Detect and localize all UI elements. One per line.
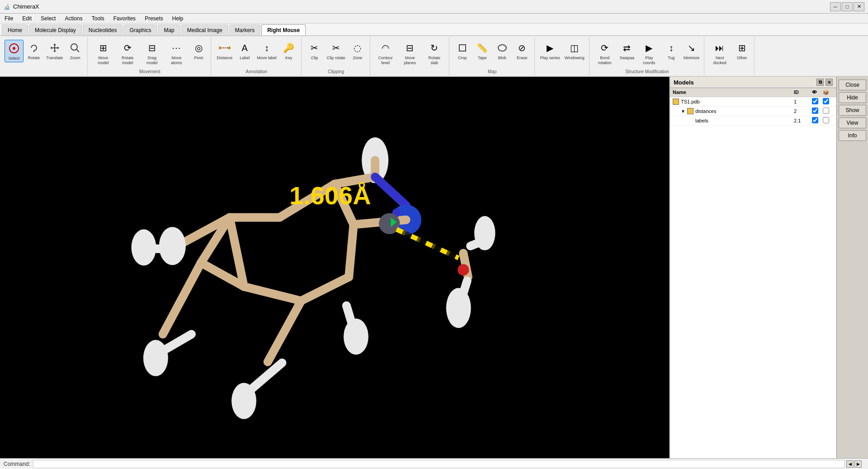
tool-key[interactable]: 🔑Key: [279, 40, 298, 61]
atom-oxygen: [458, 264, 469, 276]
tool-next-docked[interactable]: ⏭Next docked: [708, 40, 731, 66]
toolbar-group-label-7: Structure Modification: [625, 69, 669, 74]
expand-arrow-1[interactable]: ▼: [681, 109, 685, 114]
right-split: Models ⧉ ✕ Name ID 👁 📦 TS1.pdb1▼distance…: [670, 77, 868, 458]
label-label: Label: [240, 56, 250, 61]
tool-play-series[interactable]: ▶Play series: [538, 40, 562, 61]
action-btn-show[interactable]: Show: [839, 105, 866, 116]
model-row-0[interactable]: TS1.pdb1: [670, 97, 836, 107]
erase-icon: ⊘: [515, 41, 529, 55]
solid-checkbox-1[interactable]: [823, 108, 829, 114]
tab-medical-image[interactable]: Medical Image: [181, 24, 228, 35]
col-id: ID: [794, 89, 812, 95]
tool-translate[interactable]: Translate: [44, 40, 65, 61]
visible-checkbox-1[interactable]: [812, 108, 818, 114]
tool-move-atoms[interactable]: ⋯Move atoms: [165, 40, 188, 66]
tab-molecule-display[interactable]: Molecule Display: [29, 24, 82, 35]
solid-checkbox-2[interactable]: [823, 117, 829, 123]
bond-rotation-label: Bond rotation: [595, 56, 615, 66]
tab-markers[interactable]: Markers: [229, 24, 260, 35]
panel-float-button[interactable]: ⧉: [816, 79, 824, 86]
visible-checkbox-0[interactable]: [812, 98, 818, 104]
pivot-label: Pivot: [194, 56, 203, 61]
svg-point-1: [13, 47, 15, 50]
model-solid-2[interactable]: [823, 117, 834, 124]
menu-item-favorites[interactable]: Favorites: [109, 14, 140, 23]
model-solid-0[interactable]: [823, 98, 834, 105]
model-visible-2[interactable]: [812, 117, 823, 124]
tab-map[interactable]: Map: [158, 24, 180, 35]
tool-blob[interactable]: Blob: [493, 40, 512, 61]
tab-right-mouse[interactable]: Right Mouse: [261, 24, 306, 35]
menu-item-file[interactable]: File: [0, 14, 18, 23]
tool-clip-rotate[interactable]: ✂Clip rotate: [325, 40, 347, 61]
menu-item-edit[interactable]: Edit: [18, 14, 36, 23]
tool-bond-rotation[interactable]: ⟳Bond rotation: [593, 40, 617, 66]
tool-minimize[interactable]: ↘Minimize: [682, 40, 702, 61]
status-btn-1[interactable]: ◀: [846, 460, 854, 468]
tool-erase[interactable]: ⊘Erase: [513, 40, 532, 61]
molecule-canvas: 1.606Å: [0, 77, 669, 458]
tool-rotate-slab[interactable]: ↻Rotate slab: [423, 40, 446, 66]
tool-pivot[interactable]: ◎Pivot: [189, 40, 208, 61]
close-button[interactable]: ✕: [854, 2, 864, 11]
tool-clip[interactable]: ✂Clip: [305, 40, 324, 61]
tab-graphics[interactable]: Graphics: [123, 24, 157, 35]
tool-distance[interactable]: Distance: [215, 40, 234, 61]
minimize-button[interactable]: ─: [830, 2, 841, 11]
menu-item-tools[interactable]: Tools: [87, 14, 109, 23]
action-btn-view[interactable]: View: [839, 117, 866, 128]
tool-move-label[interactable]: ↕Move label: [255, 40, 278, 61]
model-row-2[interactable]: labels2.1: [670, 116, 836, 126]
tool-other[interactable]: ⊞Other: [732, 40, 751, 61]
maximize-button[interactable]: □: [842, 2, 853, 11]
svg-point-9: [71, 44, 77, 50]
tool-move-planes[interactable]: ⊟Move planes: [398, 40, 422, 66]
model-row-1[interactable]: ▼distances2: [670, 107, 836, 116]
action-btn-close[interactable]: Close: [839, 80, 866, 90]
tool-play-coords[interactable]: ▶Play coords: [637, 40, 661, 66]
minimize-icon: ↘: [684, 41, 699, 55]
svg-point-15: [498, 45, 506, 51]
tab-nucleotides[interactable]: Nucleotides: [83, 24, 123, 35]
tool-contour-level[interactable]: ◠Contour level: [374, 40, 397, 66]
tool-label[interactable]: ALabel: [235, 40, 254, 61]
model-name-text-0: TS1.pdb: [681, 99, 700, 104]
molecule-viewport[interactable]: 1.606Å: [0, 77, 669, 458]
move-planes-label: Move planes: [400, 56, 420, 66]
tool-crop[interactable]: Crop: [453, 40, 472, 61]
command-input[interactable]: [33, 460, 844, 468]
visible-checkbox-2[interactable]: [812, 117, 818, 123]
tool-tape[interactable]: 📏Tape: [473, 40, 492, 61]
toolbar-group-label-2: Annotation: [246, 69, 268, 74]
tool-drag-model[interactable]: ⊟Drag model: [140, 40, 164, 66]
key-label: Key: [285, 56, 292, 61]
action-btn-hide[interactable]: Hide: [839, 92, 866, 103]
solid-checkbox-0[interactable]: [823, 98, 829, 104]
swapaa-icon: ⇄: [620, 41, 634, 55]
tug-icon: ↕: [664, 41, 679, 55]
tool-rotate-model[interactable]: ⟳Rotate model: [116, 40, 139, 66]
move-model-icon: ⊞: [96, 41, 110, 55]
menu-item-presets[interactable]: Presets: [140, 14, 168, 23]
panel-close-button[interactable]: ✕: [826, 79, 833, 86]
tool-swapaa[interactable]: ⇄Swapaa: [618, 40, 637, 61]
tool-tug[interactable]: ↕Tug: [662, 40, 681, 61]
menu-item-select[interactable]: Select: [36, 14, 60, 23]
tool-rotate[interactable]: Rotate: [24, 40, 43, 61]
action-btn-info[interactable]: Info: [839, 130, 866, 141]
model-visible-1[interactable]: [812, 108, 823, 115]
menu-item-actions[interactable]: Actions: [60, 14, 87, 23]
tool-zoom[interactable]: Zoom: [66, 40, 85, 61]
model-solid-1[interactable]: [823, 108, 834, 115]
menu-item-help[interactable]: Help: [168, 14, 188, 23]
status-btn-2[interactable]: ▶: [854, 460, 862, 468]
distance-label: Distance: [217, 56, 232, 61]
tool-windowing[interactable]: ◫Windowing: [563, 40, 586, 61]
tab-home[interactable]: Home: [2, 24, 28, 35]
model-visible-0[interactable]: [812, 98, 823, 105]
tool-zone[interactable]: ◌Zone: [348, 40, 367, 61]
tool-select[interactable]: Select: [5, 40, 24, 62]
tool-move-model[interactable]: ⊞Move model: [91, 40, 115, 66]
move-label-icon: ↕: [259, 41, 274, 55]
